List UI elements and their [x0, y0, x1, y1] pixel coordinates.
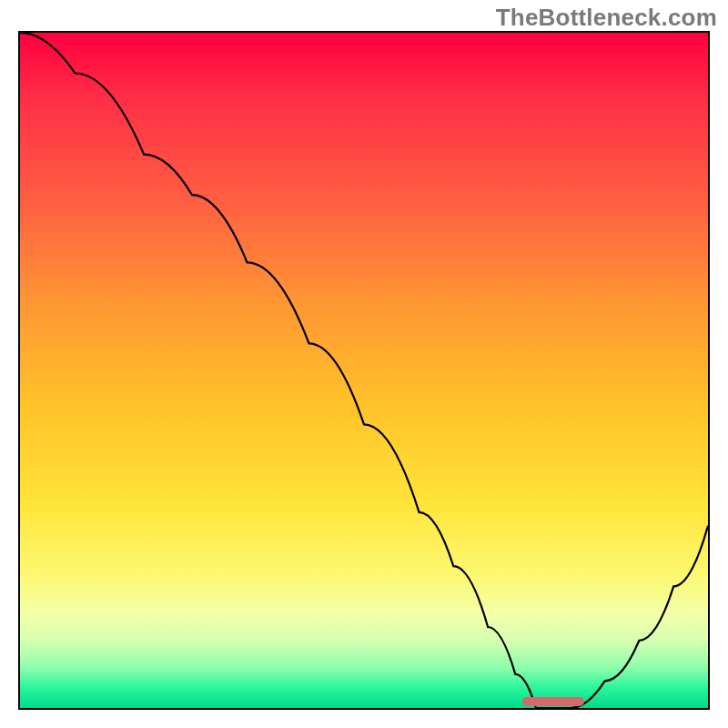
- chart-overlay: [20, 33, 708, 708]
- plot-area: [18, 31, 710, 710]
- optimal-range-marker: [522, 697, 584, 706]
- watermark-text: TheBottleneck.com: [496, 4, 717, 32]
- bottleneck-curve: [20, 33, 708, 708]
- chart-frame: TheBottleneck.com: [0, 0, 728, 728]
